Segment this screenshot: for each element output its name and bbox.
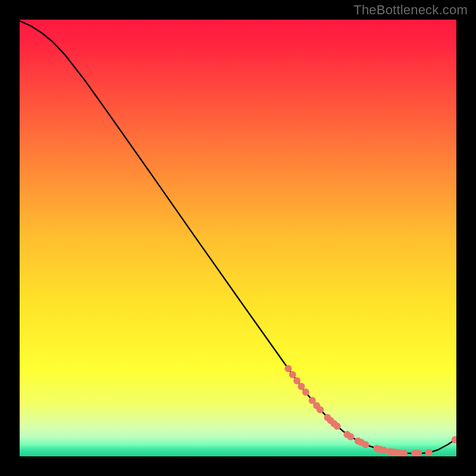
gradient-background xyxy=(20,20,456,456)
data-marker xyxy=(284,365,292,372)
data-marker xyxy=(380,447,387,454)
data-marker xyxy=(293,377,300,384)
data-marker xyxy=(317,406,324,413)
data-marker xyxy=(302,389,309,396)
data-marker xyxy=(425,449,433,456)
data-marker xyxy=(289,371,296,378)
plot-area xyxy=(20,20,456,456)
data-marker xyxy=(347,433,354,440)
watermark-text: TheBottleneck.com xyxy=(353,2,468,18)
data-marker xyxy=(298,383,305,390)
chart-svg xyxy=(20,20,456,456)
chart-container: TheBottleneck.com xyxy=(0,0,476,476)
data-marker xyxy=(334,422,341,430)
data-marker xyxy=(362,441,369,448)
